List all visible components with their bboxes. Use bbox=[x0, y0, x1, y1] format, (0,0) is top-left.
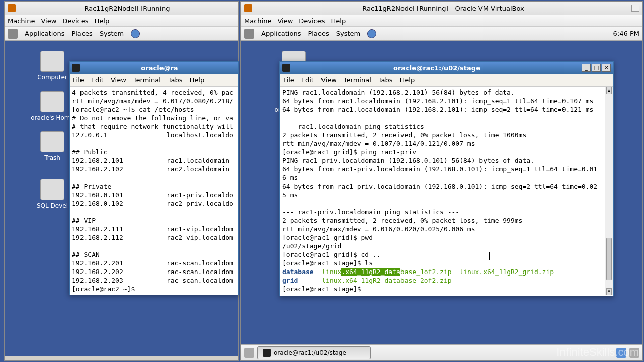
text-cursor bbox=[489, 252, 490, 260]
terminal-content-left[interactable]: 4 packets transmitted, 4 received, 0% pa… bbox=[70, 87, 238, 295]
virtualbox-icon bbox=[244, 4, 252, 12]
terminal-icon bbox=[263, 349, 271, 357]
desktop-right[interactable]: Co oracle oracle@rac1:/u02/stage _ □ × F… bbox=[241, 41, 642, 344]
menu-help-term[interactable]: Help bbox=[400, 76, 415, 84]
sqldeveloper-icon bbox=[40, 179, 64, 200]
menu-edit[interactable]: Edit bbox=[91, 76, 104, 84]
vm-titlebar-right[interactable]: Rac11gR2NodeI [Running] - Oracle VM Virt… bbox=[241, 2, 642, 15]
terminal-content-right[interactable]: PING rac1.localdomain (192.168.2.101) 56… bbox=[280, 87, 613, 296]
browser-icon[interactable] bbox=[367, 29, 376, 38]
menu-view-term[interactable]: View bbox=[111, 76, 126, 84]
show-desktop-icon[interactable] bbox=[244, 348, 254, 358]
terminal-scrollbar[interactable]: ▴ ▾ bbox=[605, 87, 613, 295]
taskbar-item-terminal[interactable]: oracle@rac1:/u02/stage bbox=[257, 346, 371, 359]
menu-machine[interactable]: Machine bbox=[8, 17, 35, 25]
menu-help[interactable]: Help bbox=[95, 17, 110, 25]
terminal-menubar-right: File Edit View Terminal Tabs Help bbox=[280, 74, 613, 87]
desktop-icon-sqldev[interactable]: SQL Devel bbox=[30, 179, 75, 209]
menu-view-term[interactable]: View bbox=[321, 76, 337, 84]
menu-devices[interactable]: Devices bbox=[299, 17, 325, 25]
close-button[interactable]: × bbox=[602, 64, 611, 72]
trash-icon bbox=[40, 131, 64, 152]
terminal-icon bbox=[282, 64, 290, 72]
menu-view[interactable]: View bbox=[277, 17, 293, 25]
desktop-left[interactable]: Computer oracle's Home Trash SQL Devel o… bbox=[5, 41, 238, 356]
menu-tabs[interactable]: Tabs bbox=[168, 76, 183, 84]
menu-edit[interactable]: Edit bbox=[301, 76, 314, 84]
gnome-foot-icon[interactable] bbox=[244, 29, 254, 39]
vm-menubar-left: Machine View Devices Help bbox=[5, 15, 238, 27]
desktop-icon-trash[interactable]: Trash bbox=[30, 131, 75, 161]
menu-terminal[interactable]: Terminal bbox=[344, 76, 371, 84]
menu-help[interactable]: Help bbox=[331, 17, 346, 25]
menu-file[interactable]: File bbox=[283, 76, 294, 84]
vm-title-right: Rac11gR2NodeI [Running] - Oracle VM Virt… bbox=[255, 5, 631, 12]
menu-devices[interactable]: Devices bbox=[62, 17, 88, 25]
folder-home-icon bbox=[40, 91, 64, 112]
terminal-window-left: oracle@ra File Edit View Terminal Tabs H… bbox=[69, 61, 239, 295]
menu-places[interactable]: Places bbox=[71, 30, 92, 37]
maximize-button[interactable]: □ bbox=[592, 64, 601, 72]
menu-tabs[interactable]: Tabs bbox=[378, 76, 393, 84]
scrollbar-down-arrow[interactable]: ▾ bbox=[606, 288, 612, 295]
desktop-icon-home[interactable]: oracle's Home bbox=[30, 91, 75, 121]
menu-places[interactable]: Places bbox=[308, 30, 329, 37]
vm-window-right: Rac11gR2NodeI [Running] - Oracle VM Virt… bbox=[240, 1, 643, 361]
vm-menubar-right: Machine View Devices Help bbox=[241, 15, 642, 27]
minimize-button[interactable]: _ bbox=[631, 5, 639, 12]
clock[interactable]: 6:46 PM bbox=[613, 30, 639, 37]
menu-applications[interactable]: Applications bbox=[25, 30, 64, 37]
terminal-titlebar-right[interactable]: oracle@rac1:/u02/stage _ □ × bbox=[280, 62, 613, 74]
computer-icon bbox=[40, 51, 64, 72]
desktop-icon-computer[interactable]: Computer bbox=[30, 51, 75, 81]
menu-help-term[interactable]: Help bbox=[190, 76, 205, 84]
terminal-window-right: oracle@rac1:/u02/stage _ □ × File Edit V… bbox=[279, 61, 614, 296]
vm-title-left: Rac11gR2NodeII [Running bbox=[19, 5, 235, 12]
vm-titlebar-left[interactable]: Rac11gR2NodeII [Running bbox=[5, 2, 238, 15]
gnome-panel-left: Applications Places System bbox=[5, 27, 238, 41]
menu-view[interactable]: View bbox=[41, 17, 56, 25]
menu-terminal[interactable]: Terminal bbox=[133, 76, 161, 84]
gnome-foot-icon[interactable] bbox=[8, 29, 18, 39]
menu-applications[interactable]: Applications bbox=[261, 30, 301, 37]
vm-window-left: Rac11gR2NodeII [Running Machine View Dev… bbox=[4, 1, 239, 361]
virtualbox-icon bbox=[8, 4, 16, 12]
browser-icon[interactable] bbox=[131, 29, 140, 38]
menu-system[interactable]: System bbox=[336, 30, 360, 37]
menu-file[interactable]: File bbox=[73, 76, 84, 84]
menu-system[interactable]: System bbox=[100, 30, 124, 37]
scrollbar-up-arrow[interactable]: ▴ bbox=[606, 87, 612, 94]
terminal-titlebar-left[interactable]: oracle@ra bbox=[70, 62, 238, 74]
minimize-button[interactable]: _ bbox=[582, 64, 591, 72]
menu-machine[interactable]: Machine bbox=[244, 17, 271, 25]
scrollbar-thumb[interactable] bbox=[606, 238, 612, 280]
terminal-menubar-left: File Edit View Terminal Tabs Help bbox=[70, 74, 238, 87]
terminal-icon bbox=[72, 64, 80, 72]
gnome-panel-right: Applications Places System 6:46 PM bbox=[241, 27, 642, 41]
watermark: InfiniteSkills.com bbox=[556, 346, 639, 359]
